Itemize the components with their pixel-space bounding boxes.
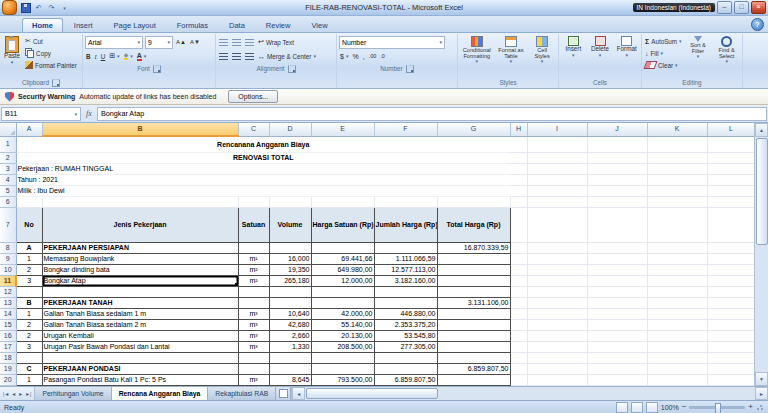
page-layout-view-button[interactable] bbox=[631, 402, 643, 413]
row-header-18[interactable]: 18 bbox=[0, 353, 16, 364]
row-header-5[interactable]: 5 bbox=[0, 186, 16, 197]
sheet-tab-perhitungan-volume[interactable]: Perhitungan Volume bbox=[35, 387, 111, 400]
next-sheet-button[interactable]: ► bbox=[18, 391, 23, 397]
cell[interactable] bbox=[510, 265, 527, 276]
row-header-13[interactable]: 13 bbox=[0, 298, 16, 309]
autosum-button[interactable]: ΣAutoSum▾ bbox=[644, 35, 683, 47]
cell[interactable] bbox=[707, 136, 754, 153]
selected-cell[interactable]: Bongkar Atap bbox=[42, 276, 238, 287]
cell[interactable] bbox=[311, 353, 374, 364]
cell[interactable] bbox=[510, 331, 527, 342]
cell[interactable] bbox=[269, 353, 311, 364]
cell[interactable] bbox=[527, 243, 587, 254]
cell[interactable] bbox=[647, 197, 707, 208]
cell[interactable] bbox=[527, 276, 587, 287]
cell[interactable] bbox=[311, 364, 374, 375]
cell-styles-button[interactable]: Cell Styles▾ bbox=[528, 35, 556, 66]
paste-button[interactable]: Paste ▾ bbox=[2, 35, 22, 66]
scroll-right-button[interactable]: ► bbox=[755, 387, 768, 400]
cell[interactable]: A bbox=[16, 243, 42, 254]
cell[interactable] bbox=[374, 353, 437, 364]
row-header-12[interactable]: 12 bbox=[0, 287, 16, 298]
cell[interactable]: PEKERJAAN TANAH bbox=[42, 298, 238, 309]
row-header-8[interactable]: 8 bbox=[0, 243, 16, 254]
ribbon-tab-home[interactable]: Home bbox=[22, 18, 63, 32]
cell[interactable] bbox=[437, 320, 510, 331]
cell[interactable] bbox=[527, 164, 587, 175]
table-header-no[interactable]: No bbox=[16, 208, 42, 243]
cell[interactable]: PEKERJAAN PERSIAPAN bbox=[42, 243, 238, 254]
align-right-button[interactable] bbox=[244, 50, 255, 62]
row-header-14[interactable]: 14 bbox=[0, 309, 16, 320]
normal-view-button[interactable] bbox=[616, 402, 628, 413]
cell-title[interactable]: Rencanana Anggaran Biaya bbox=[16, 136, 510, 153]
grow-font-button[interactable]: A▲ bbox=[175, 36, 187, 48]
format-cells-button[interactable]: Format▾ bbox=[614, 35, 639, 59]
ribbon-tab-data[interactable]: Data bbox=[219, 18, 255, 32]
row-header-11[interactable]: 11 bbox=[0, 276, 16, 287]
cell[interactable] bbox=[587, 265, 647, 276]
column-header-c[interactable]: C bbox=[238, 123, 269, 136]
cell[interactable]: Urugan Pasir Bawah Pondasi dan Lantai bbox=[42, 342, 238, 353]
cell[interactable] bbox=[374, 298, 437, 309]
cell[interactable]: 16,000 bbox=[269, 254, 311, 265]
cell-info[interactable]: Milik : Ibu Dewi bbox=[16, 186, 510, 197]
cell[interactable]: 1 bbox=[16, 375, 42, 386]
align-center-button[interactable] bbox=[231, 50, 242, 62]
cell[interactable] bbox=[437, 309, 510, 320]
scroll-up-button[interactable]: ▲ bbox=[755, 123, 768, 137]
number-dialog-launcher[interactable] bbox=[406, 65, 414, 73]
cell[interactable] bbox=[510, 175, 527, 186]
cell[interactable] bbox=[707, 320, 754, 331]
cell[interactable]: 10,640 bbox=[269, 309, 311, 320]
last-sheet-button[interactable]: ►| bbox=[25, 391, 31, 397]
cell[interactable] bbox=[42, 197, 238, 208]
cell[interactable] bbox=[587, 287, 647, 298]
ribbon-tab-view[interactable]: View bbox=[301, 18, 337, 32]
row-header-4[interactable]: 4 bbox=[0, 175, 16, 186]
insert-function-button[interactable]: fx bbox=[81, 109, 97, 118]
cell[interactable] bbox=[238, 298, 269, 309]
cell[interactable] bbox=[269, 298, 311, 309]
cell[interactable] bbox=[707, 197, 754, 208]
cell[interactable] bbox=[527, 136, 587, 153]
column-header-j[interactable]: J bbox=[587, 123, 647, 136]
cell[interactable] bbox=[437, 331, 510, 342]
cell[interactable] bbox=[647, 186, 707, 197]
font-name-select[interactable]: Arial▾ bbox=[85, 36, 143, 49]
cell[interactable] bbox=[269, 364, 311, 375]
cell[interactable] bbox=[510, 342, 527, 353]
cell[interactable] bbox=[647, 265, 707, 276]
options-button[interactable]: Options... bbox=[228, 90, 278, 103]
cell[interactable]: m² bbox=[238, 276, 269, 287]
cell[interactable] bbox=[647, 276, 707, 287]
cell[interactable]: m³ bbox=[238, 309, 269, 320]
cell[interactable]: Galian Tanah Biasa sedalam 2 m bbox=[42, 320, 238, 331]
column-header-d[interactable]: D bbox=[269, 123, 311, 136]
cell[interactable] bbox=[269, 243, 311, 254]
bold-button[interactable]: B bbox=[85, 50, 92, 62]
sheet-tab-rencana-anggaran-biaya[interactable]: Rencana Anggaran Biaya bbox=[112, 387, 209, 400]
cell[interactable]: 2 bbox=[16, 320, 42, 331]
name-box[interactable]: B11▾ bbox=[1, 107, 81, 121]
table-header-volume[interactable]: Volume bbox=[269, 208, 311, 243]
redo-button[interactable]: ↷ bbox=[46, 2, 57, 13]
cell[interactable] bbox=[707, 298, 754, 309]
font-size-select[interactable]: 9▾ bbox=[145, 36, 173, 49]
cell[interactable]: 12.000,00 bbox=[311, 276, 374, 287]
cell[interactable] bbox=[647, 164, 707, 175]
cell[interactable] bbox=[707, 265, 754, 276]
align-left-button[interactable] bbox=[218, 50, 229, 62]
cell[interactable] bbox=[587, 164, 647, 175]
table-header-total[interactable]: Total Harga (Rp) bbox=[437, 208, 510, 243]
cell[interactable]: 3.182.160,00 bbox=[374, 276, 437, 287]
row-header-17[interactable]: 17 bbox=[0, 342, 16, 353]
cell[interactable] bbox=[647, 364, 707, 375]
row-header-19[interactable]: 19 bbox=[0, 364, 16, 375]
cell[interactable]: 20.130,00 bbox=[311, 331, 374, 342]
cell[interactable] bbox=[587, 309, 647, 320]
help-button[interactable]: ? bbox=[751, 18, 764, 31]
cell[interactable] bbox=[527, 353, 587, 364]
cell[interactable] bbox=[707, 309, 754, 320]
cell[interactable] bbox=[587, 243, 647, 254]
